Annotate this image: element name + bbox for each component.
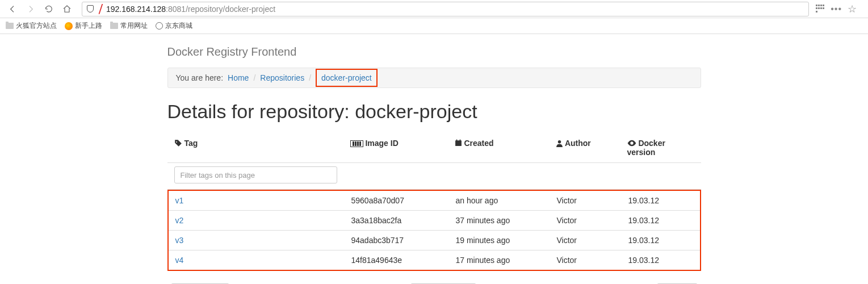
page-content: Docker Registry Frontend You are here: H…	[162, 34, 707, 284]
cell-version: 19.03.12	[628, 236, 693, 245]
cell-author: Victor	[557, 256, 628, 265]
svg-rect-3	[459, 140, 460, 141]
page-title: Details for repository: docker-project	[167, 101, 701, 123]
qr-icon[interactable]	[816, 5, 825, 14]
back-button[interactable]	[5, 2, 20, 16]
globe-icon	[156, 22, 163, 30]
bookmark-star-icon[interactable]: ☆	[848, 3, 857, 15]
cell-image-id: 94adabc3b717	[351, 236, 456, 245]
bookmark-label: 火狐官方站点	[16, 21, 57, 31]
breadcrumb-home-link[interactable]: Home	[228, 73, 249, 82]
cell-created: 17 minutes ago	[456, 256, 557, 265]
browser-toolbar: ⧸ 192.168.214.128:8081/repository/docker…	[0, 0, 868, 18]
cell-image-id: 5960a8a70d07	[351, 196, 456, 205]
firefox-icon	[65, 22, 73, 30]
tag-link[interactable]: v1	[175, 196, 184, 205]
url-bar[interactable]: ⧸ 192.168.214.128:8081/repository/docker…	[82, 2, 809, 16]
cell-version: 19.03.12	[628, 216, 693, 225]
th-docker-version: Docker version	[627, 139, 694, 157]
bookmark-item[interactable]: 新手上路	[65, 21, 102, 31]
bookmark-label: 常用网址	[120, 21, 148, 31]
toolbar-right: ••• ☆	[816, 3, 863, 15]
cell-author: Victor	[557, 196, 628, 205]
user-icon	[556, 140, 563, 147]
cell-author: Victor	[557, 236, 628, 245]
filter-row	[167, 163, 701, 190]
th-created: Created	[455, 139, 556, 157]
breadcrumb-prefix: You are here:	[176, 73, 224, 82]
th-tag: Tag	[174, 139, 350, 157]
bookmark-item[interactable]: 京东商城	[156, 21, 192, 31]
bookmark-item[interactable]: 常用网址	[110, 21, 148, 31]
breadcrumb-current-link[interactable]: docker-project	[321, 73, 372, 82]
breadcrumb-separator: /	[253, 73, 255, 82]
breadcrumb-current-highlight: docker-project	[316, 69, 378, 87]
barcode-icon	[350, 140, 363, 147]
cell-created: 37 minutes ago	[456, 216, 557, 225]
cell-version: 19.03.12	[628, 256, 693, 265]
cell-author: Victor	[557, 216, 628, 225]
cell-image-id: 3a3a18bac2fa	[351, 216, 456, 225]
table-header-row: Tag Image ID Created Author Docker versi…	[167, 133, 701, 163]
table-row: v4 14f81a49643e 17 minutes ago Victor 19…	[169, 250, 700, 270]
breadcrumb: You are here: Home / Repositories / dock…	[167, 68, 701, 88]
cell-image-id: 14f81a49643e	[351, 256, 456, 265]
insecure-icon: ⧸	[96, 5, 105, 14]
tag-link[interactable]: v3	[175, 236, 184, 245]
filter-input[interactable]	[174, 166, 337, 183]
svg-point-4	[557, 140, 560, 143]
th-author: Author	[556, 139, 627, 157]
tag-link[interactable]: v4	[175, 256, 184, 265]
bookmark-label: 京东商城	[165, 21, 192, 31]
tag-icon	[174, 139, 182, 147]
calendar-icon	[455, 139, 462, 147]
breadcrumb-separator: /	[309, 73, 311, 82]
table-row: v3 94adabc3b717 19 minutes ago Victor 19…	[169, 231, 700, 250]
breadcrumb-repos-link[interactable]: Repositories	[260, 73, 304, 82]
reload-button[interactable]	[41, 2, 57, 16]
tags-table: Tag Image ID Created Author Docker versi…	[167, 133, 701, 271]
folder-icon	[110, 23, 118, 29]
bookmarks-bar: 火狐官方站点 新手上路 常用网址 京东商城	[0, 18, 868, 34]
bookmark-item[interactable]: 火狐官方站点	[6, 21, 57, 31]
folder-icon	[6, 23, 14, 29]
tag-link[interactable]: v2	[175, 216, 184, 225]
cell-created: an hour ago	[456, 196, 557, 205]
menu-icon[interactable]: •••	[831, 4, 842, 14]
bookmark-label: 新手上路	[75, 21, 102, 31]
info-icon	[86, 5, 95, 14]
th-image-id: Image ID	[350, 139, 455, 157]
table-row: v1 5960a8a70d07 an hour ago Victor 19.03…	[169, 191, 700, 211]
table-row: v2 3a3a18bac2fa 37 minutes ago Victor 19…	[169, 211, 700, 231]
home-button[interactable]	[59, 2, 75, 16]
table-body-highlight: v1 5960a8a70d07 an hour ago Victor 19.03…	[167, 190, 701, 271]
forward-button[interactable]	[23, 2, 39, 16]
brand-title: Docker Registry Frontend	[167, 45, 701, 59]
eye-icon	[627, 140, 636, 147]
svg-rect-2	[456, 140, 457, 141]
cell-version: 19.03.12	[628, 196, 693, 205]
url-text: 192.168.214.128:8081/repository/docker-p…	[106, 5, 275, 14]
cell-created: 19 minutes ago	[456, 236, 557, 245]
